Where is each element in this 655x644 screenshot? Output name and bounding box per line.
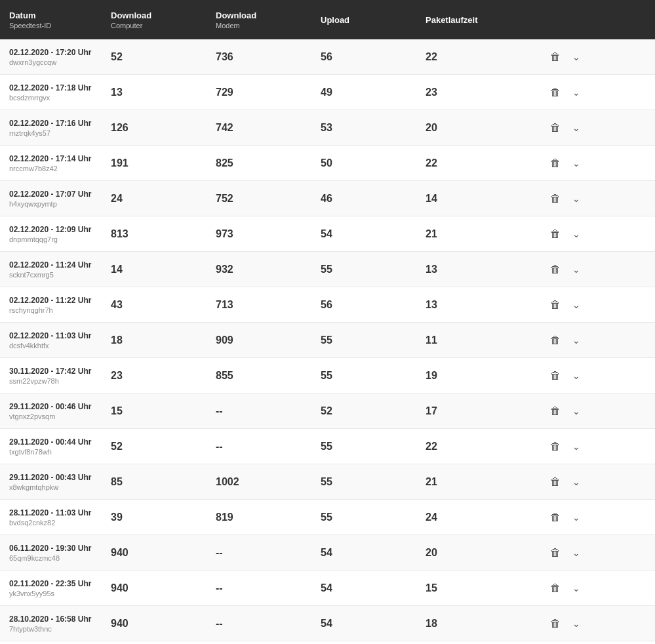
cell-dl-computer: 85 xyxy=(102,476,207,488)
cell-datum: 02.12.2020 - 11:22 Uhr rschynqghr7h xyxy=(0,292,102,318)
expand-button[interactable]: ⌄ xyxy=(570,120,583,136)
cell-dl-computer: 191 xyxy=(102,157,207,169)
delete-button[interactable]: 🗑 xyxy=(547,580,563,597)
expand-button[interactable]: ⌄ xyxy=(570,545,583,561)
cell-actions: 🗑 ⌄ xyxy=(547,119,655,136)
expand-button[interactable]: ⌄ xyxy=(570,226,583,242)
date-text: 02.12.2020 - 17:14 Uhr xyxy=(9,154,102,163)
table-body: 02.12.2020 - 17:20 Uhr dwxrn3ygccqw 52 7… xyxy=(0,39,655,644)
expand-button[interactable]: ⌄ xyxy=(570,403,583,419)
cell-upload: 56 xyxy=(311,299,416,311)
speedtest-id: txgtvf8n78wh xyxy=(9,448,102,456)
chevron-down-icon: ⌄ xyxy=(572,229,580,239)
delete-button[interactable]: 🗑 xyxy=(547,332,563,349)
chevron-down-icon: ⌄ xyxy=(572,335,580,346)
cell-datum: 02.12.2020 - 17:18 Uhr bcsdzmrrgvx xyxy=(0,79,102,106)
expand-button[interactable]: ⌄ xyxy=(570,155,583,171)
expand-button[interactable]: ⌄ xyxy=(570,191,583,207)
cell-paket: 24 xyxy=(416,512,547,523)
delete-icon: 🗑 xyxy=(550,87,561,98)
delete-button[interactable]: 🗑 xyxy=(547,509,563,526)
header-paket-main: Paketlaufzeit xyxy=(426,15,547,25)
date-text: 28.10.2020 - 16:58 Uhr xyxy=(9,614,102,624)
expand-button[interactable]: ⌄ xyxy=(570,332,583,348)
delete-button[interactable]: 🗑 xyxy=(547,261,563,278)
speedtest-table: Datum Speedtest-ID Download Computer Dow… xyxy=(0,0,655,644)
delete-button[interactable]: 🗑 xyxy=(547,49,563,66)
cell-dl-modem: 855 xyxy=(207,370,311,382)
expand-button[interactable]: ⌄ xyxy=(570,49,583,65)
cell-upload: 55 xyxy=(311,334,416,346)
cell-actions: 🗑 ⌄ xyxy=(547,49,655,66)
cell-datum: 02.12.2020 - 17:20 Uhr dwxrn3ygccqw xyxy=(0,44,102,70)
expand-button[interactable]: ⌄ xyxy=(570,580,583,596)
delete-button[interactable]: 🗑 xyxy=(547,84,563,101)
delete-button[interactable]: 🗑 xyxy=(547,155,563,172)
cell-actions: 🗑 ⌄ xyxy=(547,190,655,207)
delete-icon: 🗑 xyxy=(550,228,561,239)
cell-dl-modem: 729 xyxy=(207,87,311,98)
header-dl-computer-sub: Computer xyxy=(111,22,207,30)
delete-button[interactable]: 🗑 xyxy=(547,367,563,384)
date-text: 29.11.2020 - 00:43 Uhr xyxy=(9,473,102,482)
delete-icon: 🗑 xyxy=(550,51,561,62)
cell-dl-computer: 126 xyxy=(102,122,207,134)
cell-upload: 55 xyxy=(311,264,416,275)
cell-upload: 54 xyxy=(311,618,416,630)
speedtest-id: h4xyqwxpymtp xyxy=(9,200,102,208)
delete-button[interactable]: 🗑 xyxy=(547,226,563,243)
table-row: 12.09.2020 - 23:57 Uhr 3kpwzgmzwggz 933 … xyxy=(0,641,655,644)
delete-button[interactable]: 🗑 xyxy=(547,119,563,136)
delete-button[interactable]: 🗑 xyxy=(547,544,563,561)
cell-dl-computer: 13 xyxy=(102,87,207,98)
expand-button[interactable]: ⌄ xyxy=(570,85,583,100)
cell-dl-modem: -- xyxy=(207,441,311,453)
expand-button[interactable]: ⌄ xyxy=(570,368,583,384)
date-text: 29.11.2020 - 00:44 Uhr xyxy=(9,437,102,447)
cell-paket: 17 xyxy=(416,405,547,417)
cell-dl-modem: 752 xyxy=(207,193,311,205)
cell-dl-computer: 52 xyxy=(102,441,207,453)
cell-datum: 06.11.2020 - 19:30 Uhr 65qm9kczmc48 xyxy=(0,540,102,566)
date-text: 02.12.2020 - 17:16 Uhr xyxy=(9,119,102,128)
delete-button[interactable]: 🗑 xyxy=(547,190,563,207)
chevron-down-icon: ⌄ xyxy=(572,477,580,487)
cell-datum: 29.11.2020 - 00:44 Uhr txgtvf8n78wh xyxy=(0,433,102,460)
delete-button[interactable]: 🗑 xyxy=(547,296,563,313)
expand-button[interactable]: ⌄ xyxy=(570,474,583,490)
delete-button[interactable]: 🗑 xyxy=(547,473,563,491)
expand-button[interactable]: ⌄ xyxy=(570,616,583,632)
cell-datum: 29.11.2020 - 00:46 Uhr vtgnxz2pvsqm xyxy=(0,398,102,424)
delete-icon: 🗑 xyxy=(550,582,561,594)
table-row: 02.12.2020 - 11:22 Uhr rschynqghr7h 43 7… xyxy=(0,287,655,323)
date-text: 06.11.2020 - 19:30 Uhr xyxy=(9,544,102,553)
delete-button[interactable]: 🗑 xyxy=(547,615,563,632)
cell-actions: 🗑 ⌄ xyxy=(547,438,655,455)
cell-upload: 55 xyxy=(311,370,416,382)
speedtest-id: bvdsq2cnkz82 xyxy=(9,519,102,527)
date-text: 30.11.2020 - 17:42 Uhr xyxy=(9,367,102,376)
speedtest-id: bcsdzmrrgvx xyxy=(9,94,102,102)
delete-button[interactable]: 🗑 xyxy=(547,403,563,420)
cell-dl-modem: 909 xyxy=(207,334,311,346)
chevron-down-icon: ⌄ xyxy=(572,618,580,629)
cell-dl-modem: -- xyxy=(207,618,311,630)
delete-button[interactable]: 🗑 xyxy=(547,438,563,455)
table-row: 02.11.2020 - 22:35 Uhr yk3vnx5yy95s 940 … xyxy=(0,571,655,606)
chevron-down-icon: ⌄ xyxy=(572,548,580,558)
cell-upload: 50 xyxy=(311,157,416,169)
delete-icon: 🗑 xyxy=(550,193,561,204)
expand-button[interactable]: ⌄ xyxy=(570,439,583,454)
cell-dl-computer: 14 xyxy=(102,264,207,275)
speedtest-id: dwxrn3ygccqw xyxy=(9,58,102,66)
date-text: 28.11.2020 - 11:03 Uhr xyxy=(9,508,102,517)
chevron-down-icon: ⌄ xyxy=(572,441,580,452)
expand-button[interactable]: ⌄ xyxy=(570,297,583,313)
expand-button[interactable]: ⌄ xyxy=(570,262,583,277)
cell-paket: 20 xyxy=(416,547,547,559)
speedtest-id: x8wkgmtqhpkw xyxy=(9,483,102,491)
delete-icon: 🗑 xyxy=(550,476,561,487)
cell-dl-computer: 15 xyxy=(102,405,207,417)
expand-button[interactable]: ⌄ xyxy=(570,510,583,525)
cell-dl-modem: 736 xyxy=(207,51,311,63)
